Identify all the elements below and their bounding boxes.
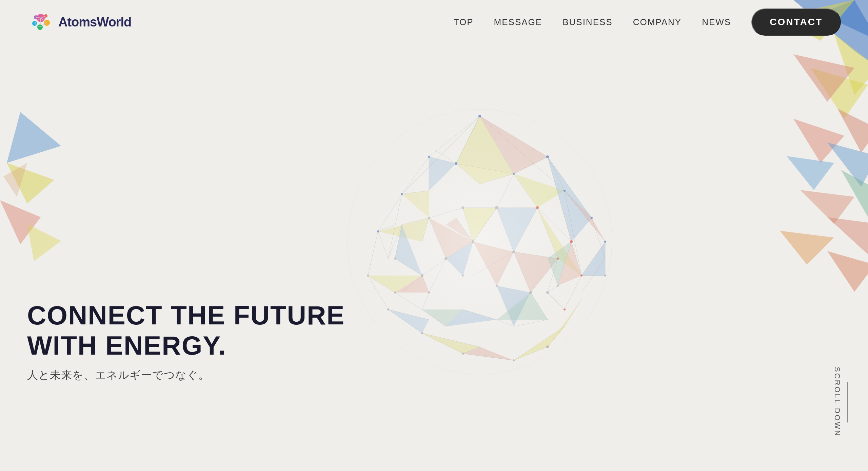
contact-button[interactable]: CONTACT: [751, 8, 841, 36]
globe-visualization: [327, 89, 632, 394]
nav-message[interactable]: MESSAGE: [494, 17, 542, 27]
main-nav: TOP MESSAGE BUSINESS COMPANY NEWS CONTAC…: [454, 8, 841, 36]
logo-icon: [27, 8, 54, 36]
svg-point-178: [348, 109, 612, 374]
logo-text: AtomsWorld: [58, 15, 131, 30]
svg-marker-197: [780, 231, 834, 265]
header: AtomsWorld TOP MESSAGE BUSINESS COMPANY …: [0, 0, 868, 44]
svg-marker-190: [837, 109, 868, 153]
svg-marker-182: [27, 224, 61, 261]
hero-title: CONNECT THE FUTURE WITH ENERGY.: [27, 300, 345, 361]
svg-marker-191: [793, 119, 844, 163]
scroll-down: SCROLL DOWN: [833, 367, 848, 437]
logo[interactable]: AtomsWorld: [27, 8, 131, 36]
scroll-line: [847, 382, 848, 422]
svg-marker-196: [827, 217, 868, 255]
svg-marker-195: [800, 190, 854, 224]
svg-marker-198: [827, 251, 868, 292]
scroll-down-text: SCROLL DOWN: [833, 367, 842, 437]
globe-svg: [327, 89, 632, 394]
svg-marker-179: [7, 112, 61, 163]
nav-top[interactable]: TOP: [454, 17, 474, 27]
hero-subtitle: 人と未来を、エネルギーでつなぐ。: [27, 368, 345, 383]
hero-section: CONNECT THE FUTURE WITH ENERGY. 人と未来を、エネ…: [27, 300, 345, 383]
nav-business[interactable]: BUSINESS: [563, 17, 613, 27]
left-decorative-triangles: [0, 95, 61, 248]
nav-company[interactable]: COMPANY: [633, 17, 682, 27]
svg-marker-193: [787, 156, 834, 190]
right-decorative-triangles: [726, 0, 868, 305]
nav-news[interactable]: NEWS: [702, 17, 731, 27]
